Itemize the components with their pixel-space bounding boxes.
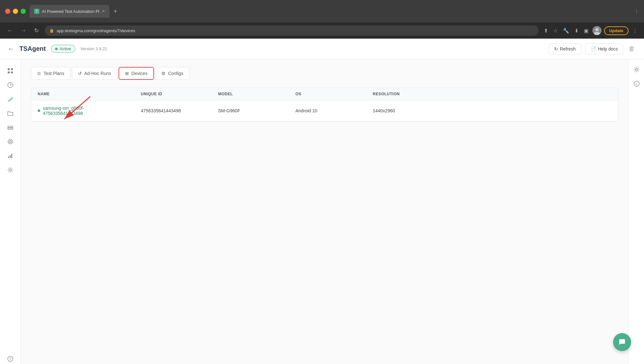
device-os: Android 10 — [295, 108, 373, 113]
svg-rect-3 — [8, 68, 10, 70]
tab-devices[interactable]: ⊞ Devices — [119, 67, 154, 80]
sidebar-bottom: ? B — [4, 352, 17, 364]
table-row[interactable]: samsung-sm_g960f-4756335641443498 475633… — [31, 100, 618, 121]
sidebar-item-edit[interactable] — [4, 93, 17, 106]
tab-configs[interactable]: ⚙ Configs — [155, 67, 189, 80]
tab-title: AI Powered Test Automation Pl — [42, 9, 99, 14]
device-online-indicator — [38, 109, 40, 112]
tab-close-button[interactable]: ✕ — [102, 9, 105, 14]
table-header: NAME Unique Id Model OS Resolution — [31, 88, 618, 100]
browser-chrome: T AI Powered Test Automation Pl ✕ + ⋮ — [0, 0, 644, 23]
minimize-window-button[interactable] — [13, 9, 18, 14]
test-plans-icon: ⊙ — [37, 71, 41, 76]
svg-rect-8 — [8, 126, 13, 127]
svg-text:i: i — [636, 82, 637, 86]
tab-ad-hoc-runs-label: Ad-Hoc Runs — [84, 71, 111, 76]
sidebar-item-reports[interactable] — [4, 149, 17, 162]
sidebar-item-grid[interactable] — [4, 64, 17, 77]
svg-point-15 — [9, 169, 11, 171]
svg-text:?: ? — [9, 357, 11, 361]
device-name-cell: samsung-sm_g960f-4756335641443498 — [38, 106, 141, 116]
new-tab-button[interactable]: + — [111, 6, 120, 16]
close-window-button[interactable] — [5, 9, 10, 14]
svg-rect-13 — [10, 155, 11, 158]
svg-rect-4 — [11, 68, 13, 70]
tab-bar: T AI Powered Test Automation Pl ✕ + — [30, 5, 630, 18]
help-docs-button[interactable]: 📄 Help docs — [585, 43, 623, 54]
browser-update-button[interactable]: Update — [604, 26, 629, 35]
browser-menu-button[interactable]: ⋮ — [634, 9, 639, 14]
active-browser-tab[interactable]: T AI Powered Test Automation Pl ✕ — [30, 5, 110, 18]
url-bar[interactable]: 🔒 app.testsigma.com/groot/agents/7/devic… — [45, 25, 539, 36]
refresh-icon: ↻ — [554, 46, 558, 51]
col-name: NAME — [38, 92, 141, 96]
status-text: Active — [60, 46, 71, 51]
sidebar-item-modules[interactable] — [4, 121, 17, 134]
svg-point-11 — [9, 141, 11, 143]
col-model: Model — [218, 92, 295, 96]
delete-button[interactable]: 🗑 — [627, 44, 636, 54]
browser-back-button[interactable]: ← — [5, 26, 15, 35]
lock-icon: 🔒 — [49, 28, 54, 33]
browser-profile-avatar[interactable] — [592, 26, 601, 35]
url-text: app.testsigma.com/groot/agents/7/devices — [57, 28, 135, 33]
app-top-bar: ← TSAgent Active Version 3.9.21 ↻ Refres… — [0, 39, 644, 59]
device-resolution: 1440x2960 — [373, 108, 450, 113]
svg-rect-5 — [8, 71, 10, 73]
bookmark-icon[interactable]: ☆ — [552, 26, 559, 35]
right-sidebar-settings-icon[interactable] — [631, 64, 642, 75]
back-button[interactable]: ← — [8, 45, 14, 52]
address-bar: ← → ↻ 🔒 app.testsigma.com/groot/agents/7… — [0, 23, 644, 39]
right-sidebar-info-icon[interactable]: i — [631, 79, 642, 89]
sidebar-item-agents[interactable] — [4, 135, 17, 148]
sidebar-item-settings[interactable] — [4, 163, 17, 176]
col-os: OS — [295, 92, 373, 96]
configs-icon: ⚙ — [161, 71, 166, 76]
sidebar-help-button[interactable]: ? — [4, 352, 17, 364]
browser-actions: ⬆ ☆ 🔧 ⬇ ▣ Update ⋮ — [543, 26, 639, 35]
ad-hoc-runs-icon: ↺ — [78, 71, 82, 76]
svg-point-10 — [8, 139, 13, 144]
tab-ad-hoc-runs[interactable]: ↺ Ad-Hoc Runs — [72, 67, 117, 80]
devices-table: NAME Unique Id Model OS Resolution samsu… — [31, 88, 618, 122]
device-model: SM-G960F — [218, 108, 295, 113]
col-resolution: Resolution — [373, 92, 450, 96]
extensions-icon[interactable]: 🔧 — [562, 26, 571, 35]
svg-point-20 — [636, 69, 638, 70]
tab-test-plans-label: Test Plans — [43, 71, 64, 76]
browser-reload-button[interactable]: ↻ — [32, 26, 41, 35]
tab-test-plans[interactable]: ⊙ Test Plans — [31, 67, 71, 80]
tab-devices-label: Devices — [131, 71, 148, 76]
svg-point-1 — [595, 28, 599, 31]
main-content: ⊙ Test Plans ↺ Ad-Hoc Runs ⊞ Devices ⚙ C… — [21, 59, 629, 364]
tabs-bar: ⊙ Test Plans ↺ Ad-Hoc Runs ⊞ Devices ⚙ C… — [31, 67, 618, 80]
chat-button[interactable] — [613, 333, 631, 351]
browser-more-button[interactable]: ⋮ — [631, 26, 639, 35]
sidebar-item-dashboard[interactable] — [4, 79, 17, 91]
devices-tab-icon: ⊞ — [125, 71, 129, 76]
svg-rect-9 — [8, 128, 13, 129]
right-sidebar: i — [629, 59, 644, 364]
tab-configs-label: Configs — [168, 71, 183, 76]
top-bar-actions: ↻ Refresh 📄 Help docs 🗑 — [549, 43, 636, 54]
status-badge: Active — [51, 45, 75, 53]
svg-rect-14 — [11, 154, 12, 158]
refresh-button[interactable]: ↻ Refresh — [549, 43, 581, 54]
browser-forward-button[interactable]: → — [19, 26, 28, 35]
left-sidebar: ? B — [0, 59, 21, 364]
sidebar-toggle-icon[interactable]: ▣ — [582, 26, 590, 35]
svg-rect-6 — [11, 71, 13, 73]
agent-title: TSAgent — [19, 45, 46, 52]
maximize-window-button[interactable] — [21, 9, 26, 14]
device-name-text: samsung-sm_g960f-4756335641443498 — [43, 106, 84, 116]
share-icon[interactable]: ⬆ — [543, 26, 549, 35]
device-unique-id: 4756335641443498 — [141, 108, 218, 113]
version-text: Version 3.9.21 — [81, 46, 107, 51]
download-icon[interactable]: ⬇ — [573, 26, 580, 35]
tab-favicon: T — [34, 9, 39, 14]
browser-window-controls — [5, 9, 26, 14]
sidebar-item-folder[interactable] — [4, 107, 17, 120]
svg-rect-12 — [8, 156, 9, 158]
col-unique-id: Unique Id — [141, 92, 218, 96]
content-area: ⊙ Test Plans ↺ Ad-Hoc Runs ⊞ Devices ⚙ C… — [21, 59, 629, 364]
